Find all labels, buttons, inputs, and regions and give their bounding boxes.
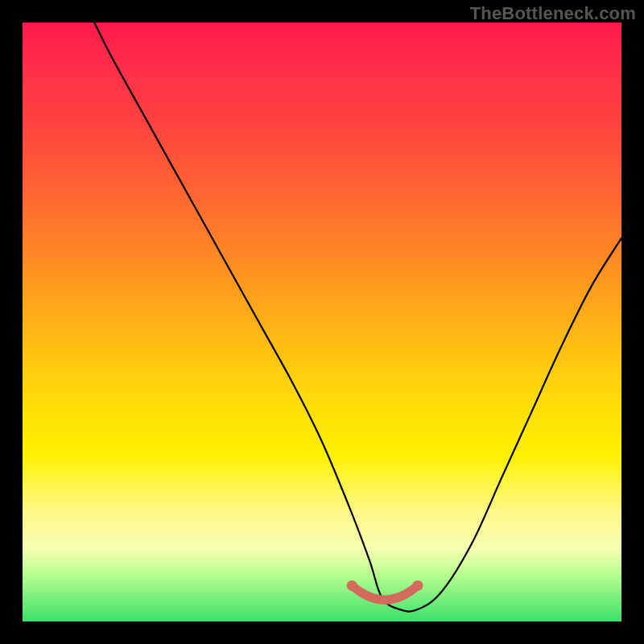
trough-dot-left: [347, 580, 357, 591]
curve-svg: [23, 23, 621, 621]
plot-area: [23, 23, 621, 621]
chart-frame: TheBottleneck.com: [0, 0, 644, 644]
bottleneck-curve: [94, 23, 621, 612]
trough-highlight: [352, 585, 418, 600]
watermark-text: TheBottleneck.com: [470, 3, 636, 24]
trough-dot-right: [413, 580, 423, 591]
